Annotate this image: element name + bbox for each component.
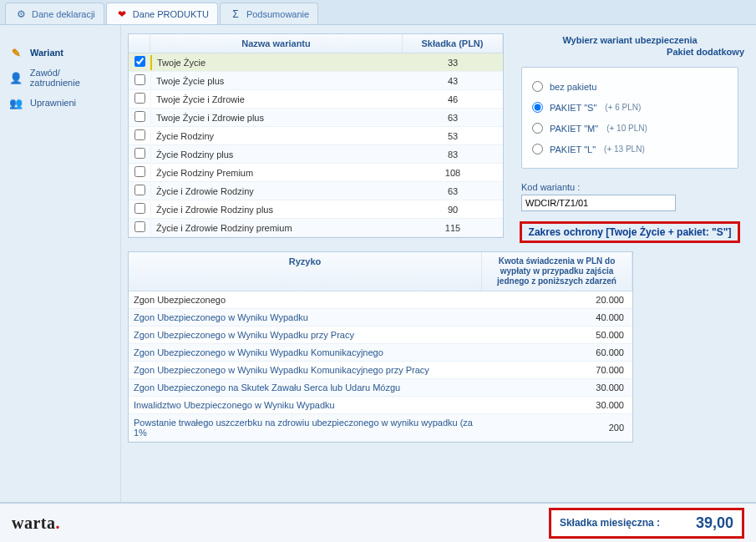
variant-price: 43 bbox=[403, 73, 503, 89]
risk-row: Zgon Ubezpieczonego20.000 bbox=[129, 291, 632, 309]
package-label: PAKIET "L" bbox=[550, 144, 596, 154]
risk-amount: 20.000 bbox=[482, 291, 632, 308]
variant-price: 33 bbox=[403, 55, 503, 70]
variant-price: 83 bbox=[403, 147, 503, 162]
premium-label: Składka miesięczna : bbox=[560, 517, 660, 529]
risk-row: Inwalidztwo Ubezpieczonego w Wyniku Wypa… bbox=[129, 397, 632, 414]
tab-product[interactable]: ❤ Dane PRODUKTU bbox=[106, 3, 218, 24]
sidebar-item-zawod[interactable]: 👤 Zawód/ zatrudnienie bbox=[0, 65, 120, 90]
variant-price: 108 bbox=[403, 165, 503, 180]
variant-checkbox[interactable] bbox=[134, 111, 145, 122]
variant-checkbox[interactable] bbox=[134, 56, 145, 67]
risk-row: Zgon Ubezpieczonego w Wyniku Wypadku40.0… bbox=[129, 309, 632, 327]
sidebar-item-uprawnieni[interactable]: 👥 Uprawnieni bbox=[0, 90, 120, 115]
variant-checkbox[interactable] bbox=[134, 166, 145, 177]
sigma-icon: Σ bbox=[229, 8, 242, 21]
variant-name: Życie Rodziny Premium bbox=[150, 165, 403, 180]
kod-wariantu-label: Kod wariantu : bbox=[521, 182, 738, 195]
risk-row: Zgon Ubezpieczonego na Skutek Zawału Ser… bbox=[129, 379, 632, 397]
package-option[interactable]: PAKIET "L"(+ 13 PLN) bbox=[532, 139, 728, 160]
premium-value: 39,00 bbox=[673, 514, 733, 532]
variant-row[interactable]: Twoje Życie i Zdrowie plus63 bbox=[129, 109, 503, 127]
risk-amount: 200 bbox=[482, 419, 632, 436]
variant-name: Twoje Życie i Zdrowie plus bbox=[150, 110, 403, 125]
variant-price: 63 bbox=[403, 110, 503, 125]
variant-row[interactable]: Życie i Zdrowie Rodziny premium115 bbox=[129, 219, 503, 237]
risk-amount: 70.000 bbox=[482, 362, 632, 378]
variant-name: Twoje Życie i Zdrowie bbox=[150, 92, 403, 107]
variant-checkbox[interactable] bbox=[134, 185, 145, 195]
people-icon: 👥 bbox=[8, 95, 23, 110]
package-label: bez pakietu bbox=[550, 82, 596, 92]
variant-price: 90 bbox=[403, 202, 503, 217]
risk-row: Zgon Ubezpieczonego w Wyniku Wypadku Kom… bbox=[129, 362, 632, 379]
risk-name[interactable]: Zgon Ubezpieczonego w Wyniku Wypadku Kom… bbox=[129, 344, 482, 361]
risk-name[interactable]: Zgon Ubezpieczonego w Wyniku Wypadku Kom… bbox=[129, 362, 482, 378]
gear-icon: ⚙ bbox=[14, 8, 28, 21]
col-risk: Ryzyko bbox=[129, 252, 482, 291]
risks-grid: Ryzyko Kwota świadczenia w PLN do wypłat… bbox=[128, 251, 633, 443]
variant-checkbox[interactable] bbox=[134, 129, 145, 140]
package-option[interactable]: PAKIET "M"(+ 10 PLN) bbox=[532, 118, 728, 139]
risk-name[interactable]: Zgon Ubezpieczonego w Wyniku Wypadku prz… bbox=[129, 327, 482, 343]
choose-variant-title: Wybierz wariant ubezpieczenia bbox=[510, 33, 749, 47]
col-amount: Kwota świadczenia w PLN do wypłaty w prz… bbox=[482, 252, 632, 291]
variant-name: Twoje Życie plus bbox=[150, 73, 403, 89]
package-radio[interactable] bbox=[532, 144, 543, 154]
risk-amount: 30.000 bbox=[482, 379, 632, 396]
variant-row[interactable]: Życie Rodziny Premium108 bbox=[129, 164, 503, 182]
brand-logo: warta. bbox=[12, 514, 60, 533]
risk-amount: 30.000 bbox=[482, 397, 632, 413]
tab-label: Dane PRODUKTU bbox=[133, 9, 209, 19]
variant-checkbox[interactable] bbox=[134, 221, 145, 232]
tab-declaration[interactable]: ⚙ Dane deklaracji bbox=[5, 3, 104, 24]
variant-row[interactable]: Życie i Zdrowie Rodziny63 bbox=[129, 182, 503, 200]
package-radio[interactable] bbox=[532, 81, 543, 92]
risk-row: Powstanie trwałego uszczerbku na zdrowiu… bbox=[129, 414, 632, 442]
variant-price: 115 bbox=[403, 220, 503, 236]
variant-row[interactable]: Twoje Życie33 bbox=[129, 53, 503, 72]
variant-name: Życie i Zdrowie Rodziny bbox=[150, 184, 403, 199]
col-variant-name: Nazwa wariantu bbox=[150, 34, 403, 53]
variant-name: Życie Rodziny plus bbox=[150, 147, 403, 162]
package-option[interactable]: bez pakietu bbox=[532, 76, 728, 97]
variant-price: 53 bbox=[403, 129, 503, 144]
package-radio[interactable] bbox=[532, 123, 543, 134]
risk-name[interactable]: Zgon Ubezpieczonego w Wyniku Wypadku bbox=[129, 309, 482, 326]
edit-icon: ✎ bbox=[8, 45, 23, 60]
sidebar-item-label: Zawód/ zatrudnienie bbox=[30, 68, 112, 88]
risk-name[interactable]: Inwalidztwo Ubezpieczonego w Wyniku Wypa… bbox=[129, 397, 482, 413]
sidebar: ✎ Wariant 👤 Zawód/ zatrudnienie 👥 Uprawn… bbox=[0, 25, 121, 502]
tab-label: Podsumowanie bbox=[246, 9, 309, 19]
risk-name: Zgon Ubezpieczonego bbox=[129, 291, 482, 308]
additional-package-label: Pakiet dodatkowy bbox=[510, 47, 749, 57]
col-checkbox bbox=[129, 34, 150, 53]
package-option[interactable]: PAKIET "S"(+ 6 PLN) bbox=[532, 97, 728, 118]
variant-row[interactable]: Twoje Życie plus43 bbox=[129, 72, 503, 90]
top-tabs: ⚙ Dane deklaracji ❤ Dane PRODUKTU Σ Pods… bbox=[0, 0, 756, 25]
risk-name[interactable]: Zgon Ubezpieczonego na Skutek Zawału Ser… bbox=[129, 379, 482, 396]
variant-checkbox[interactable] bbox=[134, 93, 145, 104]
variant-row[interactable]: Twoje Życie i Zdrowie46 bbox=[129, 90, 503, 109]
package-label: PAKIET "M" bbox=[550, 124, 598, 134]
variant-checkbox[interactable] bbox=[134, 203, 145, 214]
tab-summary[interactable]: Σ Podsumowanie bbox=[220, 3, 318, 24]
person-briefcase-icon: 👤 bbox=[8, 70, 23, 85]
variant-checkbox[interactable] bbox=[134, 74, 145, 85]
risk-row: Zgon Ubezpieczonego w Wyniku Wypadku prz… bbox=[129, 327, 632, 344]
variant-price: 63 bbox=[403, 184, 503, 199]
package-extra: (+ 10 PLN) bbox=[606, 124, 647, 133]
variant-row[interactable]: Życie Rodziny53 bbox=[129, 127, 503, 145]
risk-amount: 40.000 bbox=[482, 309, 632, 326]
risk-name[interactable]: Powstanie trwałego uszczerbku na zdrowiu… bbox=[129, 414, 482, 441]
sidebar-item-label: Uprawnieni bbox=[30, 98, 76, 108]
sidebar-item-wariant[interactable]: ✎ Wariant bbox=[0, 40, 120, 65]
variant-checkbox[interactable] bbox=[134, 148, 145, 159]
zakres-ochrony-banner: Zakres ochrony [Twoje Życie + pakiet: "S… bbox=[520, 221, 741, 243]
package-radio[interactable] bbox=[532, 102, 543, 113]
kod-wariantu-input[interactable] bbox=[521, 195, 676, 211]
variant-row[interactable]: Życie Rodziny plus83 bbox=[129, 145, 503, 164]
variant-row[interactable]: Życie i Zdrowie Rodziny plus90 bbox=[129, 200, 503, 219]
variant-name: Życie i Zdrowie Rodziny premium bbox=[150, 220, 403, 236]
tab-label: Dane deklaracji bbox=[32, 9, 95, 19]
